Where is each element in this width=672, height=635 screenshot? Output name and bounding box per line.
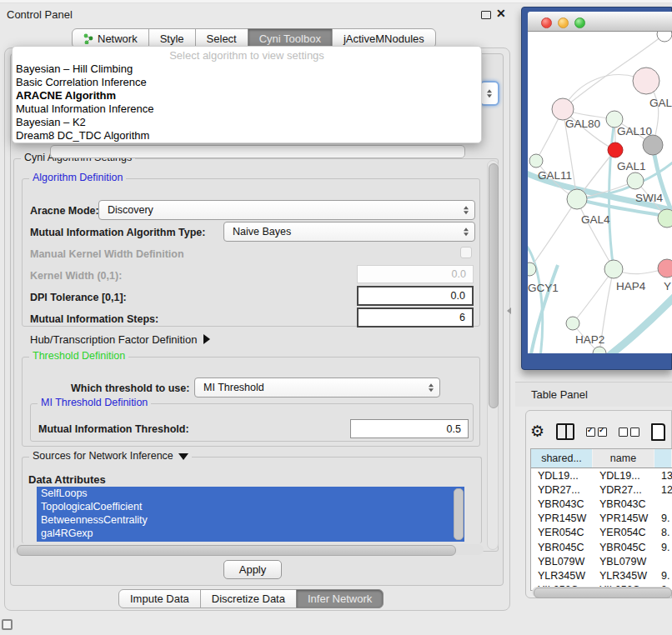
dpi-tolerance-value: 0.0	[451, 290, 465, 302]
zoom-window-button[interactable]	[574, 18, 585, 28]
kernel-width-label: Kernel Width (0,1):	[30, 270, 122, 282]
table-cell: 8.	[654, 527, 672, 538]
table-cell: YDL19...	[531, 470, 593, 482]
manual-kernel-width-checkbox[interactable]	[460, 247, 472, 258]
kernel-width-field[interactable]: 0.0	[357, 265, 474, 283]
dropdown-item[interactable]: Bayesian – Hill Climbing	[13, 62, 481, 76]
apply-button[interactable]: Apply	[223, 560, 282, 579]
scrollbar-thumb[interactable]	[17, 545, 456, 556]
unchecked-box-icon	[630, 428, 639, 437]
expand-arrow-icon[interactable]	[203, 334, 210, 344]
table-cell: YLR345W	[593, 570, 654, 582]
float-window-icon[interactable]	[481, 11, 491, 19]
close-icon[interactable]: ✕	[496, 7, 506, 20]
table-cell: YDL19...	[593, 470, 654, 482]
table-row[interactable]: YDR27...YDR27...12	[531, 482, 672, 497]
select-columns-icon[interactable]	[586, 428, 607, 437]
dropdown-item[interactable]: Dream8 DC_TDC Algorithm	[13, 129, 481, 142]
split-view-icon[interactable]	[556, 423, 574, 440]
close-window-button[interactable]	[541, 18, 552, 28]
node-table: shared...name YDL19...YDL19...13YDR27...…	[530, 448, 672, 591]
table-header-row: shared...name	[531, 449, 672, 468]
column-header[interactable]: shared...	[531, 449, 593, 468]
dropdown-item[interactable]: Mutual Information Inference	[13, 102, 481, 116]
scrollbar-thumb[interactable]	[534, 588, 672, 598]
control-panel-title: Control Panel	[7, 8, 73, 21]
table-cell: YBR043C	[593, 498, 654, 510]
network-node[interactable]	[643, 135, 663, 155]
list-scrollbar-thumb[interactable]	[454, 488, 464, 540]
node-label: GAL80	[565, 118, 600, 130]
table-row[interactable]: YPR145WYPR145W9.	[531, 512, 672, 526]
algorithm-dropdown-popup: Select algorithm to view settings Bayesi…	[12, 46, 482, 143]
table-cell: YPR145W	[593, 512, 654, 524]
table-cell: YBR045C	[593, 542, 654, 553]
tab-infer-network[interactable]: Infer Network	[296, 589, 384, 608]
aracne-mode-combobox[interactable]: Discovery	[98, 200, 475, 220]
table-row[interactable]: YBL079WYBL079W	[531, 554, 672, 568]
node-label: GAL11	[538, 169, 572, 182]
which-threshold-combobox[interactable]: MI Threshold	[194, 378, 440, 398]
aracne-mode-label: Aracne Mode:	[30, 205, 99, 217]
network-canvas[interactable]: GALGAL80GAL10GAL1GAL11SWI4GAL4GCY1HAP4YH…	[528, 32, 672, 353]
checked-box-icon	[598, 428, 607, 437]
dpi-tolerance-field[interactable]: 0.0	[357, 286, 474, 306]
bottom-tabs: Impute DataDiscretize DataInfer Network	[118, 589, 384, 608]
checked-box-icon	[586, 428, 595, 437]
attribute-item[interactable]: gal4RGexp	[37, 527, 464, 540]
tab-discretize-data[interactable]: Discretize Data	[200, 589, 297, 608]
network-window-titlebar[interactable]	[528, 12, 672, 32]
hub-transcription-factor-section[interactable]: Hub/Transcription Factor Definition	[30, 333, 210, 346]
tab-impute-data[interactable]: Impute Data	[118, 589, 201, 608]
network-node[interactable]	[608, 142, 623, 158]
table-panel-title: Table Panel	[531, 388, 588, 401]
settings-vertical-scrollbar[interactable]	[487, 160, 499, 550]
network-node[interactable]	[657, 32, 672, 42]
collapse-arrow-icon[interactable]	[178, 453, 188, 460]
mi-steps-label: Mutual Information Steps:	[30, 313, 158, 325]
mi-algorithm-type-combobox[interactable]: Naive Bayes	[223, 222, 475, 242]
data-attributes-list[interactable]: SelfLoopsTopologicalCoefficientBetweenne…	[37, 487, 464, 542]
spinner-arrows-icon	[487, 89, 492, 98]
network-node[interactable]	[593, 347, 606, 353]
network-node-gal[interactable]	[633, 68, 659, 94]
network-node-gal11[interactable]	[529, 154, 543, 168]
settings-horizontal-scrollbar[interactable]	[13, 544, 484, 555]
scrollbar-thumb[interactable]	[489, 163, 499, 408]
aracne-mode-value: Discovery	[108, 204, 153, 216]
column-header[interactable]	[654, 449, 672, 468]
deselect-columns-icon[interactable]	[619, 428, 639, 437]
table-body: YDL19...YDL19...13YDR27...YDR27...12YBR0…	[531, 468, 672, 590]
export-table-icon[interactable]	[651, 423, 665, 441]
dropdown-item[interactable]: Bayesian – K2	[13, 116, 481, 129]
dropdown-item[interactable]: Basic Correlation Inference	[13, 76, 481, 89]
table-row[interactable]: YBR045CYBR045C9.	[531, 540, 672, 554]
panel-divider-grip[interactable]	[507, 308, 511, 314]
mi-threshold-field[interactable]: 0.5	[350, 419, 469, 438]
table-row[interactable]: YDL19...YDL19...13	[531, 468, 672, 482]
table-cell: YBR043C	[531, 498, 593, 510]
network-node-hap2[interactable]	[566, 317, 579, 330]
attribute-item[interactable]: SelfLoops	[37, 487, 464, 500]
network-node-hap4[interactable]	[604, 260, 623, 278]
mi-threshold-label: Mutual Information Threshold:	[38, 423, 189, 435]
minimize-window-button[interactable]	[558, 18, 569, 28]
mi-algorithm-type-value: Naive Bayes	[233, 226, 291, 238]
collapsed-panel-icon[interactable]	[2, 619, 13, 630]
attribute-item[interactable]: BetweennessCentrality	[37, 513, 464, 527]
table-row[interactable]: YLR345WYLR345W9.	[531, 568, 672, 582]
network-node-y[interactable]	[658, 259, 672, 278]
network-node-swi4[interactable]	[658, 209, 672, 228]
table-row[interactable]: YER054CYER054C8.	[531, 526, 672, 540]
mi-steps-field[interactable]: 6	[357, 308, 474, 328]
table-cell: YER054C	[593, 527, 654, 538]
attribute-item[interactable]: TopologicalCoefficient	[37, 500, 464, 513]
gear-icon[interactable]: ⚙	[530, 423, 544, 440]
table-horizontal-scrollbar[interactable]	[532, 587, 672, 598]
network-node-gal1[interactable]	[627, 172, 644, 189]
network-node-gal4[interactable]	[567, 189, 587, 209]
tab-label: Discretize Data	[212, 592, 285, 605]
dropdown-item[interactable]: ARACNE Algorithm	[13, 89, 481, 102]
table-row[interactable]: YBR043CYBR043C	[531, 497, 672, 511]
column-header[interactable]: name	[593, 449, 654, 468]
